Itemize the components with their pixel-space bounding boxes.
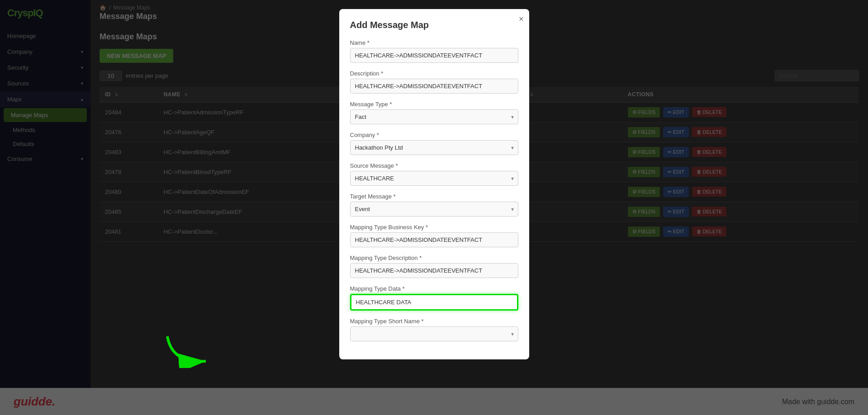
message-type-label: Message Type * <box>350 101 518 108</box>
source-message-wrapper: HEALTHCARE ▾ <box>350 171 518 186</box>
target-message-select[interactable]: Event <box>350 202 518 217</box>
form-group-message-type: Message Type * Fact Event Reference Quan… <box>350 101 518 124</box>
short-name-label: Mapping Type Short Name * <box>350 318 518 325</box>
description-label: Description * <box>350 70 518 77</box>
message-type-wrapper: Fact Event Reference Quantitative Moneta… <box>350 109 518 124</box>
form-group-description: Description * <box>350 70 518 94</box>
form-group-company: Company * Hackathon Pty Ltd ▾ <box>350 132 518 155</box>
biz-key-input[interactable] <box>350 232 518 247</box>
form-group-biz-key: Mapping Type Business Key * <box>350 224 518 247</box>
company-select[interactable]: Hackathon Pty Ltd <box>350 140 518 155</box>
target-message-label: Target Message * <box>350 193 518 200</box>
name-input[interactable] <box>350 48 518 63</box>
message-type-select[interactable]: Fact Event Reference Quantitative Moneta… <box>350 109 518 124</box>
mapping-desc-input[interactable] <box>350 263 518 278</box>
mapping-data-input[interactable] <box>350 294 518 311</box>
biz-key-label: Mapping Type Business Key * <box>350 224 518 231</box>
short-name-wrapper: ▾ <box>350 326 518 341</box>
company-wrapper: Hackathon Pty Ltd ▾ <box>350 140 518 155</box>
modal-title: Add Message Map <box>350 20 518 30</box>
company-label: Company * <box>350 132 518 138</box>
form-group-target-message: Target Message * Event ▾ <box>350 193 518 217</box>
short-name-select[interactable] <box>350 326 518 341</box>
mapping-data-label: Mapping Type Data * <box>350 285 518 292</box>
mapping-desc-label: Mapping Type Description * <box>350 255 518 261</box>
modal-overlay: Add Message Map × Name * Description * M… <box>0 0 868 415</box>
form-group-name: Name * <box>350 39 518 63</box>
name-label: Name * <box>350 39 518 46</box>
form-group-source-message: Source Message * HEALTHCARE ▾ <box>350 162 518 186</box>
modal-close-button[interactable]: × <box>519 14 524 24</box>
form-group-mapping-desc: Mapping Type Description * <box>350 255 518 278</box>
modal: Add Message Map × Name * Description * M… <box>339 9 529 359</box>
form-group-short-name: Mapping Type Short Name * ▾ <box>350 318 518 341</box>
target-message-wrapper: Event ▾ <box>350 202 518 217</box>
source-message-label: Source Message * <box>350 162 518 169</box>
description-input[interactable] <box>350 79 518 94</box>
form-group-mapping-data: Mapping Type Data * <box>350 285 518 311</box>
source-message-select[interactable]: HEALTHCARE <box>350 171 518 186</box>
